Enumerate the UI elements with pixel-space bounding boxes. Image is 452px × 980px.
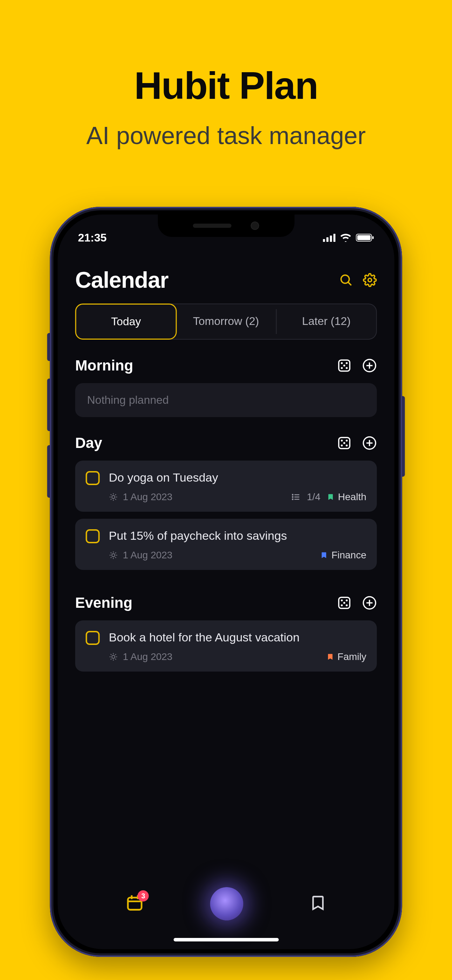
power-button <box>402 396 405 477</box>
svg-point-9 <box>368 278 372 282</box>
svg-point-61 <box>112 655 115 658</box>
task-tag: Health <box>327 492 366 503</box>
svg-point-57 <box>346 604 348 606</box>
bookmark-icon <box>320 550 328 560</box>
empty-state-morning: Nothing planned <box>75 383 377 417</box>
task-checkbox[interactable] <box>86 529 100 543</box>
svg-point-20 <box>341 439 343 442</box>
promo-subtitle: AI powered task manager <box>0 122 452 150</box>
task-card[interactable]: Put 15% of paycheck into savings 1 Aug 2… <box>75 519 377 570</box>
svg-line-51 <box>115 552 116 553</box>
camera <box>251 221 259 230</box>
svg-line-48 <box>111 552 111 553</box>
bookmark-icon <box>326 652 334 662</box>
tag-label: Finance <box>331 550 366 561</box>
svg-line-50 <box>111 557 111 558</box>
dice-icon[interactable] <box>337 358 352 373</box>
volume-down-button <box>47 445 50 498</box>
svg-point-14 <box>341 367 343 369</box>
tab-tomorrow[interactable]: Tomorrow (2) <box>176 304 276 339</box>
phone-notch <box>158 215 294 237</box>
wifi-icon <box>340 234 352 242</box>
svg-point-42 <box>292 499 293 500</box>
task-tag: Family <box>326 651 366 662</box>
svg-line-8 <box>348 282 352 285</box>
svg-point-13 <box>344 364 345 367</box>
svg-point-23 <box>341 444 343 447</box>
svg-point-11 <box>341 362 343 364</box>
section-title-morning: Morning <box>75 357 134 374</box>
cellular-icon <box>323 234 336 242</box>
sun-icon <box>109 492 118 501</box>
task-date: 1 Aug 2023 <box>123 550 173 561</box>
section-title-evening: Evening <box>75 595 132 611</box>
status-icons <box>323 234 374 242</box>
svg-rect-0 <box>323 239 325 242</box>
svg-point-55 <box>344 602 345 604</box>
date-tabs: Today Tomorrow (2) Later (12) <box>75 304 377 340</box>
task-date: 1 Aug 2023 <box>123 492 173 503</box>
home-indicator[interactable] <box>173 938 279 942</box>
svg-line-34 <box>115 499 116 500</box>
page-title: Calendar <box>75 267 169 293</box>
tag-label: Health <box>338 492 366 503</box>
svg-rect-2 <box>330 235 332 242</box>
bookmark-icon <box>309 894 326 912</box>
dice-icon[interactable] <box>337 436 352 450</box>
subtask-list-icon <box>291 492 301 501</box>
phone-frame: 21:35 Calendar Today Tomorrow (2) Later … <box>50 207 402 957</box>
task-title: Do yoga on Tuesday <box>109 470 366 486</box>
svg-line-35 <box>111 499 111 500</box>
svg-point-41 <box>292 497 293 497</box>
svg-line-68 <box>111 659 111 659</box>
bookmark-icon <box>327 492 334 501</box>
tab-today[interactable]: Today <box>75 304 177 340</box>
promo-title: Hubit Plan <box>0 0 452 108</box>
svg-point-24 <box>346 444 348 447</box>
tag-label: Family <box>337 651 366 662</box>
sun-icon <box>109 550 118 560</box>
speaker <box>193 224 232 228</box>
task-checkbox[interactable] <box>86 631 100 645</box>
svg-line-69 <box>115 654 116 655</box>
page-header: Calendar <box>58 250 395 304</box>
sun-icon <box>109 652 118 662</box>
svg-point-15 <box>346 367 348 369</box>
search-icon[interactable] <box>339 273 353 287</box>
task-checkbox[interactable] <box>86 471 100 485</box>
svg-line-36 <box>115 494 116 495</box>
section-day: Day Do yoga on Tuesday 1 Aug 2023 1/4 <box>58 417 395 570</box>
section-morning: Morning Nothing planned <box>58 340 395 417</box>
nav-calendar-button[interactable]: 3 <box>126 894 144 913</box>
tab-later[interactable]: Later (12) <box>277 304 376 339</box>
svg-point-22 <box>344 442 345 444</box>
task-card[interactable]: Do yoga on Tuesday 1 Aug 2023 1/4 Health <box>75 461 377 512</box>
gear-icon[interactable] <box>363 273 377 287</box>
bottom-nav: 3 <box>58 881 395 926</box>
task-card[interactable]: Book a hotel for the August vacation 1 A… <box>75 620 377 671</box>
svg-rect-5 <box>357 235 371 240</box>
svg-point-7 <box>341 275 349 283</box>
svg-point-53 <box>341 599 343 601</box>
plus-circle-icon[interactable] <box>362 358 377 373</box>
task-title: Put 15% of paycheck into savings <box>109 528 366 544</box>
nav-badge: 3 <box>138 890 149 902</box>
svg-point-40 <box>292 494 293 495</box>
svg-point-12 <box>346 362 348 364</box>
status-time: 21:35 <box>78 231 107 244</box>
task-title: Book a hotel for the August vacation <box>109 630 366 646</box>
plus-circle-icon[interactable] <box>362 436 377 450</box>
section-evening: Evening Book a hotel for the August vaca… <box>58 577 395 671</box>
subtask-count: 1/4 <box>307 492 321 503</box>
nav-ai-button[interactable] <box>210 887 243 920</box>
battery-icon <box>356 234 374 242</box>
svg-line-66 <box>111 654 111 655</box>
svg-point-54 <box>346 599 348 601</box>
svg-point-28 <box>112 496 115 499</box>
phone-screen: 21:35 Calendar Today Tomorrow (2) Later … <box>58 215 395 949</box>
dice-icon[interactable] <box>337 595 352 610</box>
task-tag: Finance <box>320 550 366 561</box>
svg-line-49 <box>115 557 116 558</box>
nav-bookmark-button[interactable] <box>309 894 326 913</box>
plus-circle-icon[interactable] <box>362 595 377 610</box>
